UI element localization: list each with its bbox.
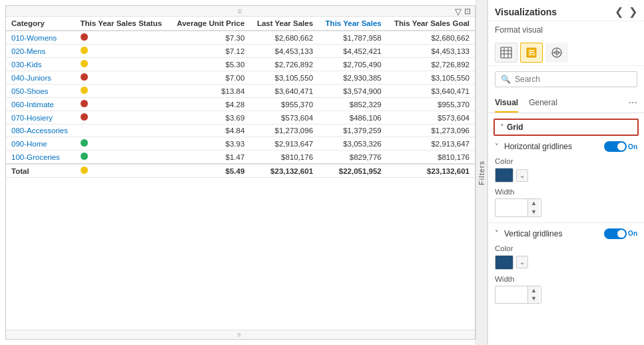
cell-avg-price: $4.28 [170, 98, 250, 111]
cell-total-last-year: $23,132,601 [250, 164, 318, 178]
cell-this-year: $2,930,385 [318, 71, 387, 85]
search-input[interactable] [515, 75, 631, 84]
filters-label[interactable]: Filters [478, 161, 485, 185]
format-viz-icon[interactable] [520, 43, 543, 63]
cell-total-status [75, 164, 170, 178]
tab-more-icon[interactable]: ··· [629, 97, 637, 111]
table-row: 080-Accessories$4.84$1,273,096$1,379,259… [6, 125, 475, 137]
vert-width-up[interactable]: ▲ [528, 286, 539, 295]
cell-this-year: $1,787,958 [318, 31, 387, 45]
cell-this-year: $829,776 [318, 151, 387, 165]
cell-avg-price: $13.84 [170, 85, 250, 98]
cell-status [75, 58, 170, 71]
cell-this-year: $3,053,326 [318, 137, 387, 151]
table-row: 060-Intimate$4.28$955,370$852,329$955,37… [6, 98, 475, 111]
col-this-year: This Year Sales [318, 17, 387, 31]
viz-format-content: ˅ Grid ˅ Horizontal gridlines On Color ⌄… [488, 113, 644, 345]
horiz-gridlines-title: Horizontal gridlines [504, 142, 572, 151]
table-row: 020-Mens$7.12$4,453,133$4,452,421$4,453,… [6, 45, 475, 58]
visualizations-panel: Visualizations ❮ ❯ Format visual [487, 0, 644, 345]
cell-avg-price: $1.47 [170, 151, 250, 165]
vert-color-dropdown-icon[interactable]: ⌄ [516, 256, 528, 268]
cell-avg-price: $7.30 [170, 31, 250, 45]
cell-category: 090-Home [6, 137, 75, 151]
table-row: 050-Shoes$13.84$3,640,471$3,574,900$3,64… [6, 85, 475, 98]
horiz-chevron-icon: ˅ [495, 143, 499, 151]
table-expand-icon[interactable]: ⊡ [464, 7, 471, 16]
cell-this-year: $2,705,490 [318, 58, 387, 71]
cell-status [75, 111, 170, 125]
cell-last-year: $1,273,096 [250, 125, 318, 137]
cell-goal: $2,726,892 [387, 58, 475, 71]
svg-rect-0 [501, 47, 511, 58]
vert-width-field: Width 1 ▲ ▼ [488, 272, 644, 307]
cell-category: 010-Womens [6, 31, 75, 45]
tab-general[interactable]: General [529, 95, 557, 113]
vert-color-label: Color [495, 244, 637, 252]
table-scroll-area[interactable]: Category This Year Sales Status Average … [6, 17, 475, 330]
viz-icon-row [488, 37, 644, 66]
format-visual-section: Format visual [488, 21, 644, 37]
cell-category: 080-Accessories [6, 125, 75, 137]
cell-category: 040-Juniors [6, 71, 75, 85]
vert-toggle-label: On [628, 230, 637, 237]
horiz-width-field: Width 1 ▲ ▼ [488, 185, 644, 220]
viz-tabs: Visual General ··· [488, 93, 644, 113]
tab-visual[interactable]: Visual [495, 95, 518, 113]
vert-width-spinner: ▲ ▼ [527, 286, 539, 304]
chevron-left-icon[interactable]: ❮ [615, 5, 623, 18]
horiz-color-picker-row: ⌄ [495, 168, 637, 182]
table-row: 100-Groceries$1.47$810,176$829,776$810,1… [6, 151, 475, 165]
grid-section-header[interactable]: ˅ Grid [493, 119, 639, 136]
horiz-width-label: Width [495, 188, 637, 196]
viz-search-box[interactable]: 🔍 [495, 71, 637, 87]
col-category: Category [6, 17, 75, 31]
table-bottom-bar: ≡ [6, 330, 475, 339]
cell-category: 100-Groceries [6, 151, 75, 165]
cell-last-year: $3,105,550 [250, 71, 318, 85]
cell-avg-price: $7.12 [170, 45, 250, 58]
horiz-gridlines-header[interactable]: ˅ Horizontal gridlines On [488, 139, 644, 155]
vert-width-input[interactable]: 1 [495, 288, 527, 301]
col-last-year: Last Year Sales [250, 17, 318, 31]
horiz-width-up[interactable]: ▲ [528, 199, 539, 208]
horiz-color-swatch[interactable] [495, 168, 513, 182]
table-header-row: Category This Year Sales Status Average … [6, 17, 475, 31]
horiz-width-input-row: 1 ▲ ▼ [495, 198, 541, 217]
cell-last-year: $2,726,892 [250, 58, 318, 71]
cell-category: 020-Mens [6, 45, 75, 58]
chevron-right-icon[interactable]: ❯ [629, 5, 637, 18]
cell-last-year: $955,370 [250, 98, 318, 111]
vert-toggle-pill[interactable] [604, 228, 627, 239]
horiz-toggle-pill[interactable] [604, 141, 627, 152]
cell-total-avg: $5.49 [170, 164, 250, 178]
vert-toggle[interactable]: On [604, 228, 637, 239]
vert-gridlines-header[interactable]: ˅ Vertical gridlines On [488, 226, 644, 242]
vert-color-swatch[interactable] [495, 255, 513, 270]
cell-category: 030-Kids [6, 58, 75, 71]
filter-icon[interactable]: ▽ [455, 6, 462, 16]
horiz-width-input[interactable]: 1 [495, 201, 527, 214]
cell-total-label: Total [6, 164, 75, 178]
horiz-color-dropdown-icon[interactable]: ⌄ [516, 169, 528, 182]
cell-this-year: $4,452,421 [318, 45, 387, 58]
cell-last-year: $2,913,647 [250, 137, 318, 151]
cell-avg-price: $4.84 [170, 125, 250, 137]
table-row: 030-Kids$5.30$2,726,892$2,705,490$2,726,… [6, 58, 475, 71]
table-viz-icon[interactable] [495, 43, 517, 63]
vert-color-picker-row: ⌄ [495, 255, 637, 270]
analytics-viz-icon[interactable] [545, 43, 568, 63]
col-avg-price: Average Unit Price [170, 17, 250, 31]
grid-section-title: Grid [507, 123, 523, 132]
table-panel: ≡ ▽ ⊡ Category This Year Sales Status Av… [5, 5, 476, 340]
vert-width-down[interactable]: ▼ [528, 294, 539, 303]
cell-total-goal: $23,132,601 [387, 164, 475, 178]
filters-sidebar[interactable]: Filters [476, 0, 487, 345]
format-visual-label: Format visual [495, 25, 543, 35]
cell-goal: $810,176 [387, 151, 475, 165]
horiz-width-down[interactable]: ▼ [528, 208, 539, 216]
cell-status [75, 85, 170, 98]
horiz-toggle[interactable]: On [604, 141, 637, 152]
horiz-color-field: Color ⌄ [488, 155, 644, 185]
table-row: 070-Hosiery$3.69$573,604$486,106$573,604 [6, 111, 475, 125]
